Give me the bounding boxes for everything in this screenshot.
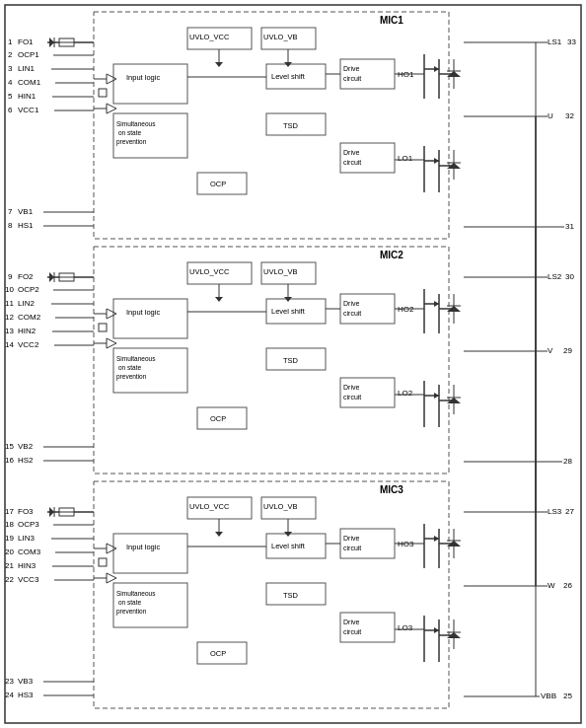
pin-u: U <box>548 111 553 120</box>
uvlo-vb-2: UVLO_VB <box>263 267 298 276</box>
pin-ocp2: OCP2 <box>18 285 39 294</box>
pin-num-com2: 12 <box>5 313 14 322</box>
drive-bot-3b: circuit <box>343 628 361 635</box>
pin-num-vcc3: 22 <box>5 575 14 584</box>
uvlo-vcc-1: UVLO_VCC <box>189 33 230 41</box>
pin-num-hs3: 24 <box>5 691 14 699</box>
input-logic-1: Input logic <box>126 73 160 82</box>
ocp-1: OCP <box>210 180 226 188</box>
svg-rect-104 <box>113 534 187 573</box>
mic3-label: MIC3 <box>380 484 403 495</box>
lo3-label: LO3 <box>398 623 413 632</box>
uvlo-vcc-3: UVLO_VCC <box>189 502 230 511</box>
ocp-2: OCP <box>210 414 226 423</box>
pin-lin1: LIN1 <box>18 64 35 73</box>
pin-num-vb3: 23 <box>5 677 14 686</box>
pin-ls3: LS3 <box>548 507 562 516</box>
pin-hs3: HS3 <box>18 691 34 699</box>
svg-rect-4 <box>113 64 187 104</box>
pin-lin3: LIN3 <box>18 534 35 543</box>
pin-hs2: HS2 <box>18 456 34 465</box>
svg-marker-159 <box>107 309 116 319</box>
drive-top-3: Drive <box>343 535 359 542</box>
pin-fo2: FO2 <box>18 272 34 281</box>
pin-hs1: HS1 <box>18 221 34 230</box>
pin-hin3: HIN3 <box>18 561 37 570</box>
svg-marker-41 <box>49 37 54 47</box>
pin-fo1: 1 <box>8 37 13 46</box>
pin-num-vcc1: 6 <box>8 106 13 114</box>
pin-num-hin3: 21 <box>5 561 14 570</box>
pin-num-com1: 4 <box>8 78 13 87</box>
pin-vcc3: VCC3 <box>18 575 39 584</box>
pin-num-v: 29 <box>563 346 572 355</box>
pin-num-fo3: 17 <box>5 507 14 516</box>
pin-com1: COM1 <box>18 78 41 87</box>
pin-num-vb1: 7 <box>8 207 13 216</box>
pin-lin2: LIN2 <box>18 299 35 308</box>
svg-marker-98 <box>215 297 223 302</box>
pin-num-ls1: 33 <box>567 37 576 46</box>
pin-vb1: VB1 <box>18 207 34 216</box>
svg-marker-164 <box>107 544 116 553</box>
level-shift-3: Level shift <box>271 542 306 550</box>
uvlo-vb-1: UVLO_VB <box>263 33 298 41</box>
simul-2c: prevention <box>116 373 147 381</box>
pin-num-ls3: 27 <box>565 507 574 516</box>
pin-num-com3: 20 <box>5 547 14 556</box>
simul-1b: on state <box>118 129 142 136</box>
pin-v: V <box>548 346 553 355</box>
pin-fo3: FO3 <box>18 507 34 516</box>
svg-rect-8 <box>340 59 395 89</box>
svg-rect-161 <box>99 324 107 331</box>
simul-3c: prevention <box>116 608 147 616</box>
drive-bot-2b: circuit <box>343 394 361 400</box>
simul-2: Simultaneous <box>116 355 156 362</box>
pin-num-lin2: 11 <box>5 299 14 308</box>
tsd-3: TSD <box>283 591 299 600</box>
pin-ocp3: OCP3 <box>18 520 39 529</box>
pin-vcc2: VCC2 <box>18 340 39 349</box>
simul-2b: on state <box>118 364 142 371</box>
pin-com2: COM2 <box>18 313 41 322</box>
svg-marker-131 <box>49 507 54 517</box>
pin-vb3: VB3 <box>18 677 34 686</box>
pin-vb2: VB2 <box>18 442 34 451</box>
pin-num-w: 26 <box>563 581 572 590</box>
input-logic-2: Input logic <box>126 308 160 317</box>
pin-num-vcc2: 14 <box>5 340 14 349</box>
pin-num-hs1: 8 <box>8 221 13 230</box>
pin-num-25: 25 <box>563 692 572 700</box>
pin-ls2: LS2 <box>548 272 562 281</box>
input-logic-3: Input logic <box>126 543 160 551</box>
pin-num-fo2: 9 <box>8 272 13 281</box>
drive-top-1b: circuit <box>343 75 361 82</box>
tsd-1: TSD <box>283 121 299 130</box>
circuit-diagram: MIC1 UVLO_VCC UVLO_VB Input logic Simult… <box>0 0 586 728</box>
level-shift-2: Level shift <box>271 307 306 316</box>
pin-num-hin2: 13 <box>5 327 14 335</box>
drive-bot-2: Drive <box>343 384 359 391</box>
svg-marker-154 <box>107 74 116 84</box>
pin-num-vb2: 15 <box>5 442 14 451</box>
simul-3b: on state <box>118 599 142 606</box>
pin-fo1-label: FO1 <box>18 37 34 46</box>
pin-com3: COM3 <box>18 547 41 556</box>
svg-marker-148 <box>215 532 223 537</box>
pin-num-ocp3: 18 <box>5 520 14 529</box>
pin-ocp1: OCP1 <box>18 50 39 59</box>
svg-rect-109 <box>340 613 395 642</box>
simul-1c: prevention <box>116 138 147 146</box>
pin-num-hs2: 16 <box>5 456 14 465</box>
svg-rect-108 <box>340 529 395 558</box>
svg-marker-167 <box>107 573 116 583</box>
pin-ls1: LS1 <box>548 37 562 46</box>
drive-top-1: Drive <box>343 65 359 72</box>
svg-rect-156 <box>99 89 107 97</box>
diagram-container: MIC1 UVLO_VCC UVLO_VB Input logic Simult… <box>0 0 586 728</box>
drive-bot-3: Drive <box>343 619 359 625</box>
simul-3: Simultaneous <box>116 590 156 597</box>
pin-num-ocp1: 2 <box>8 50 13 59</box>
lo2-label: LO2 <box>398 389 413 398</box>
svg-marker-162 <box>107 338 116 348</box>
